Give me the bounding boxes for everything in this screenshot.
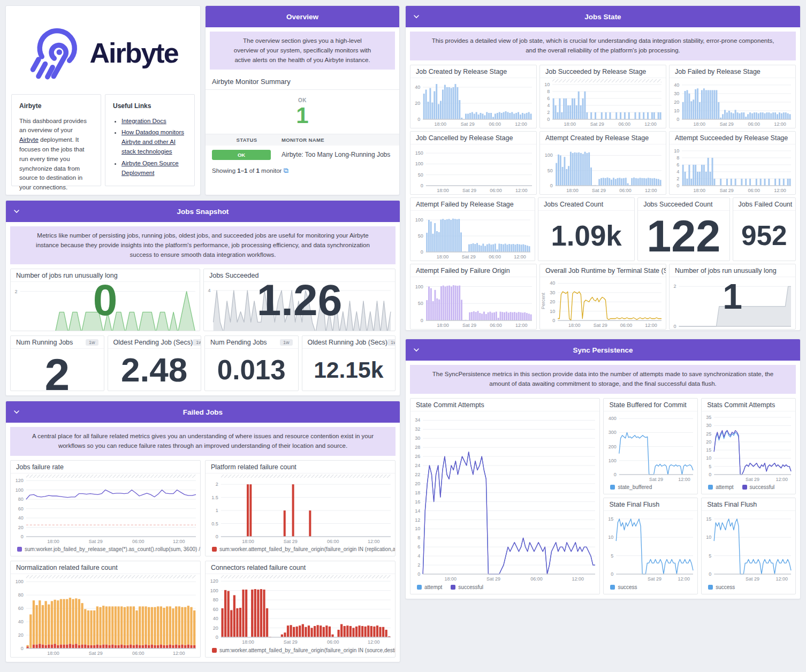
- chevron-down-icon[interactable]: [13, 208, 20, 215]
- legend-item[interactable]: successful: [742, 484, 775, 490]
- svg-text:40: 40: [18, 515, 24, 521]
- query-value: 952: [733, 211, 795, 261]
- widget-title: Attempt Failed by Failure Origin: [416, 267, 510, 274]
- jobs-state-section-title: Jobs State: [584, 13, 621, 21]
- sync-persistence-section-header[interactable]: Sync Persistence: [406, 339, 800, 361]
- legend-label: sum:worker.attempt_failed_by_failure_ori…: [219, 546, 395, 552]
- monitor-name[interactable]: Airbyte: Too Many Long-Running Jobs: [282, 151, 390, 158]
- legend-item[interactable]: state_buffered: [610, 484, 652, 490]
- timeframe-badge: 1w: [280, 339, 293, 346]
- svg-text:12:00: 12:00: [776, 576, 788, 582]
- bar-chart[interactable]: 024681018:00Sat 2906:0012:00: [670, 144, 795, 194]
- legend-item[interactable]: success: [610, 584, 637, 590]
- legend-item[interactable]: successful: [451, 584, 483, 590]
- widget-title: State Final Flush: [609, 501, 659, 508]
- legend-item[interactable]: sum:worker.attempt_failed_by_failure_ori…: [212, 546, 395, 552]
- overview-section-title: Overview: [286, 13, 318, 21]
- svg-text:Sat 29: Sat 29: [284, 539, 298, 544]
- bar-chart[interactable]: 0204018:00Sat 2906:0012:00: [410, 78, 536, 128]
- line-chart[interactable]: 05101520253035Sat 2912:00: [702, 411, 795, 483]
- bar-chart[interactable]: 05010018:00Sat 2906:0012:00: [410, 277, 536, 329]
- svg-text:20: 20: [18, 632, 24, 638]
- failed-jobs-section-header[interactable]: Failed Jobs: [6, 401, 400, 423]
- svg-text:40: 40: [415, 85, 420, 90]
- svg-text:14: 14: [415, 508, 420, 513]
- svg-text:0: 0: [550, 183, 553, 188]
- area-chart[interactable]: 04: [204, 282, 395, 331]
- area-chart[interactable]: 02: [670, 277, 795, 329]
- svg-text:12:00: 12:00: [173, 651, 185, 656]
- widget-title: Attempt Succeeded by Release Stage: [675, 134, 788, 142]
- line-chart[interactable]: 051015Sat 2912:00: [604, 511, 697, 583]
- chevron-down-icon[interactable]: [413, 13, 420, 20]
- bar-chart[interactable]: 00.511.5218:00Sat 2906:0012:00: [206, 474, 395, 545]
- overview-section-header[interactable]: Overview: [206, 6, 399, 27]
- svg-text:60: 60: [18, 606, 24, 611]
- svg-text:Sat 29: Sat 29: [746, 477, 759, 482]
- legend-item[interactable]: sum:worker.attempt_failed_by_failure_ori…: [212, 647, 395, 653]
- link-airbyte-open-source[interactable]: Airbyte Open Source Deployment: [121, 160, 179, 176]
- stacked-bar-chart[interactable]: 02040608010018:00Sat 2906:0012:00: [11, 574, 200, 657]
- chevron-down-icon[interactable]: [13, 409, 20, 415]
- query-value: 1.09k: [538, 211, 634, 261]
- jobs-snapshot-section-header[interactable]: Jobs Snapshot: [6, 201, 400, 222]
- link-integration-docs[interactable]: Integration Docs: [121, 118, 166, 124]
- widget-job-created: Job Created by Release Stage 0204018:00S…: [410, 65, 537, 128]
- svg-text:4: 4: [547, 103, 550, 108]
- svg-text:0: 0: [21, 534, 24, 539]
- svg-text:0: 0: [552, 318, 555, 323]
- monitor-summary-title: Airbyte Monitor Summary: [206, 74, 399, 90]
- airbyte-link[interactable]: Airbyte: [19, 136, 39, 143]
- about-title: Airbyte: [19, 101, 93, 111]
- legend-item[interactable]: attempt: [417, 584, 442, 590]
- line-chart[interactable]: 01020304018:00Sat 2906:0012:00Percent: [540, 277, 666, 329]
- bar-chart[interactable]: 01020304018:00Sat 2906:0012:00: [670, 78, 795, 128]
- svg-text:100: 100: [415, 217, 423, 223]
- line-chart[interactable]: 024681012141618202224262830323418:00Sat …: [410, 411, 599, 583]
- line-chart[interactable]: 0100200300400Sat 2912:00: [604, 411, 697, 483]
- widget-attempt-failed-by-origin: Attempt Failed by Failure Origin 0501001…: [410, 264, 537, 330]
- widget-title: Normalization related failure count: [16, 564, 118, 571]
- jobs-snapshot-description: Metrics like number of persisting jobs, …: [10, 226, 396, 264]
- svg-text:Sat 29: Sat 29: [594, 323, 607, 328]
- list-item: Integration Docs: [121, 117, 187, 126]
- useful-links-box: Useful Links Integration Docs How Datado…: [105, 94, 195, 186]
- legend-item[interactable]: success: [708, 584, 735, 590]
- widget-attempt-created: Attempt Created by Release Stage 0501001…: [539, 131, 666, 195]
- widget-title: Overall Job Runtime by Terminal State (S…: [545, 267, 666, 274]
- line-chart[interactable]: 02040608010012018:00Sat 2906:0012:00: [11, 474, 200, 545]
- svg-text:5: 5: [709, 553, 711, 559]
- showing-mid: of: [248, 167, 256, 174]
- svg-text:Sat 29: Sat 29: [746, 576, 759, 582]
- external-link-icon[interactable]: ⧉: [284, 166, 288, 174]
- status-badge[interactable]: OK: [212, 150, 271, 160]
- widget-job-runtime: Overall Job Runtime by Terminal State (S…: [539, 264, 666, 330]
- svg-text:12:00: 12:00: [515, 188, 528, 193]
- legend-label: state_buffered: [618, 484, 652, 490]
- bar-chart[interactable]: 05010018:00Sat 2906:0012:00: [410, 211, 535, 261]
- legend-item[interactable]: sum:worker.job_failed_by_release_stage(*…: [17, 546, 200, 552]
- bar-chart[interactable]: 024681018:00Sat 2906:0012:00: [540, 78, 666, 128]
- legend-item[interactable]: attempt: [708, 484, 733, 490]
- bar-chart[interactable]: 05010015018:00Sat 2906:0012:00: [410, 144, 536, 194]
- ok-count: 1: [206, 103, 399, 128]
- svg-text:20: 20: [415, 101, 420, 106]
- widget-title: Stats Commit Attempts: [707, 401, 775, 409]
- monitor-table-header: STATUS MONITOR NAME: [206, 134, 399, 146]
- widget-title: Jobs Failed Count: [739, 201, 793, 208]
- legend-swatch: [708, 485, 713, 490]
- svg-text:40: 40: [550, 280, 555, 286]
- svg-text:12:00: 12:00: [644, 121, 657, 127]
- svg-text:12:00: 12:00: [173, 539, 185, 544]
- widget-title: Jobs failure rate: [16, 463, 64, 471]
- bar-chart[interactable]: 02040608010012018:00Sat 2906:0012:00: [206, 574, 395, 646]
- jobs-state-section-header[interactable]: Jobs State: [406, 6, 800, 27]
- legend-label: success: [716, 584, 735, 590]
- line-chart[interactable]: 051015Sat 2912:00: [702, 511, 795, 583]
- link-how-datadog-monitors[interactable]: How Datadog monitors Airbyte and other A…: [121, 129, 184, 155]
- legend-swatch: [17, 547, 22, 552]
- bar-chart[interactable]: 05010018:00Sat 2906:0012:00: [540, 144, 666, 194]
- area-chart[interactable]: 02: [11, 282, 200, 331]
- monitor-row[interactable]: OK Airbyte: Too Many Long-Running Jobs: [206, 146, 399, 164]
- chevron-down-icon[interactable]: [413, 347, 420, 353]
